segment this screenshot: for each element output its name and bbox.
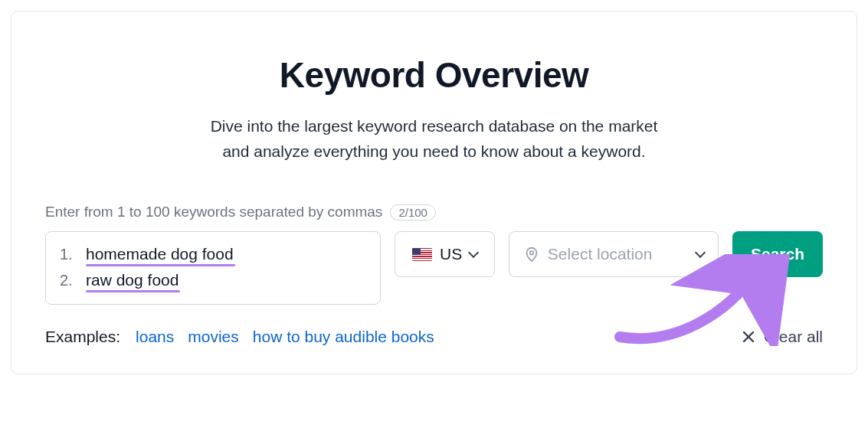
location-select[interactable]: Select location bbox=[509, 231, 719, 277]
keyword-overview-card: Keyword Overview Dive into the largest k… bbox=[11, 11, 857, 374]
hint-row: Enter from 1 to 100 keywords separated b… bbox=[45, 204, 823, 220]
controls-row: 1. homemade dog food 2. raw dog food US bbox=[45, 231, 823, 305]
keyword-index: 1. bbox=[60, 246, 74, 263]
clear-all-label: Clear all bbox=[764, 328, 823, 346]
svg-point-0 bbox=[530, 251, 534, 255]
page-subtitle: Dive into the largest keyword research d… bbox=[45, 114, 823, 164]
example-link[interactable]: loans bbox=[136, 328, 174, 346]
keywords-input[interactable]: 1. homemade dog food 2. raw dog food bbox=[45, 231, 381, 305]
keyword-text: raw dog food bbox=[86, 271, 179, 289]
chevron-down-icon bbox=[468, 247, 479, 258]
subtitle-line-1: Dive into the largest keyword research d… bbox=[211, 117, 658, 135]
keyword-row: 1. homemade dog food bbox=[60, 241, 366, 267]
page-title: Keyword Overview bbox=[45, 54, 823, 96]
examples-label: Examples: bbox=[45, 328, 120, 346]
country-select[interactable]: US bbox=[395, 231, 494, 277]
close-icon bbox=[742, 331, 755, 343]
keywords-hint: Enter from 1 to 100 keywords separated b… bbox=[45, 204, 382, 220]
clear-all-button[interactable]: Clear all bbox=[742, 328, 823, 346]
chevron-down-icon bbox=[695, 247, 706, 258]
country-code: US bbox=[440, 245, 462, 263]
example-link[interactable]: how to buy audible books bbox=[253, 328, 434, 346]
keywords-count-pill: 2/100 bbox=[390, 204, 436, 220]
keyword-index: 2. bbox=[60, 272, 74, 289]
us-flag-icon bbox=[412, 248, 432, 261]
keyword-text: homemade dog food bbox=[86, 245, 234, 263]
examples: Examples: loans movies how to buy audibl… bbox=[45, 328, 434, 346]
search-button[interactable]: Search bbox=[732, 231, 823, 277]
subtitle-line-2: and analyze everything you need to know … bbox=[222, 142, 645, 160]
location-placeholder: Select location bbox=[548, 245, 653, 263]
bottom-row: Examples: loans movies how to buy audibl… bbox=[45, 328, 823, 346]
keyword-row: 2. raw dog food bbox=[60, 267, 366, 293]
example-link[interactable]: movies bbox=[188, 328, 239, 346]
map-pin-icon bbox=[523, 246, 540, 263]
